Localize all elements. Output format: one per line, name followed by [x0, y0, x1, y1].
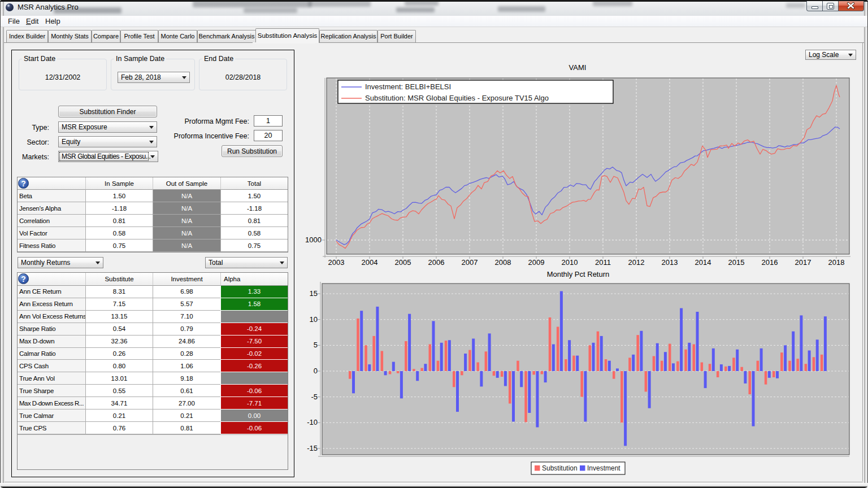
svg-text:Investment: BELBI+BELSI: Investment: BELBI+BELSI [365, 82, 451, 91]
svg-text:Monthly Pct Return: Monthly Pct Return [547, 270, 610, 278]
svg-text:Substitution: MSR Global Equit: Substitution: MSR Global Equities - Expo… [365, 94, 549, 102]
svg-text:-10: -10 [307, 418, 318, 426]
svg-text:Investment: Investment [587, 464, 620, 472]
svg-text:1000: 1000 [305, 236, 322, 244]
svg-text:VAMI: VAMI [569, 63, 587, 72]
svg-text:15: 15 [310, 289, 318, 298]
svg-text:-5: -5 [311, 393, 318, 401]
svg-text:5: 5 [314, 341, 318, 349]
svg-text:-15: -15 [307, 444, 318, 452]
svg-text:0: 0 [314, 367, 318, 375]
svg-text:10: 10 [310, 315, 318, 324]
svg-text:Substitution: Substitution [542, 464, 578, 472]
